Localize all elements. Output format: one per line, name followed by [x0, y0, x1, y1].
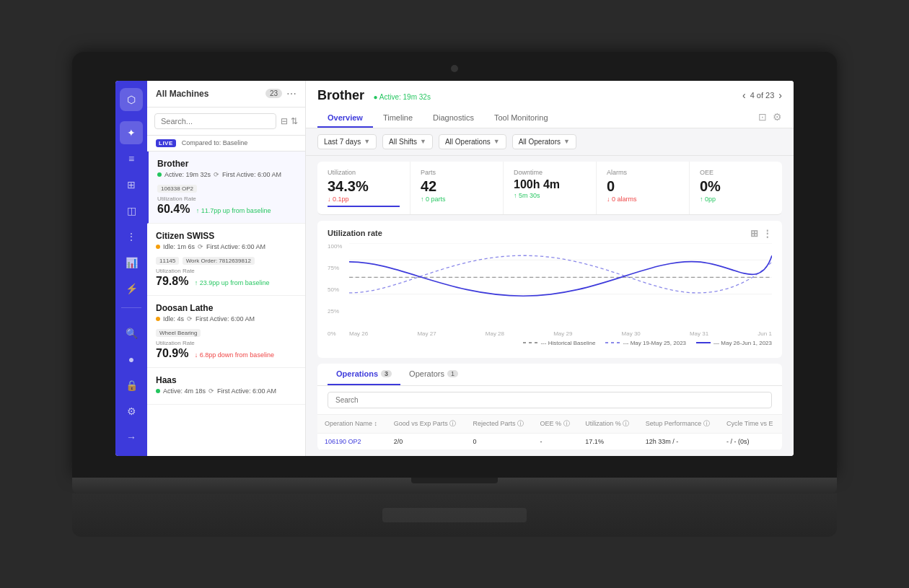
machine-list-panel: All Machines 23 ⋯ ⊟ ⇅ LIVE Compared to: …	[147, 81, 306, 456]
tab-timeline[interactable]: Timeline	[373, 109, 423, 128]
metric-change-oee: ↑ 0pp	[700, 196, 772, 203]
ops-search	[317, 386, 782, 415]
util-row-doosan: 70.9% ↓ 6.8pp down from baseline	[156, 347, 297, 360]
table-row: 106190 OP2 2/0 0 - 17.1% 12h 33m / - - /…	[317, 433, 782, 449]
cell-oee: -	[533, 433, 579, 449]
screen: ⬡ ✦ ≡ ⊞ ◫ ⋮ 📊 ⚡ 🔍 ● 🔒 ⚙ →	[115, 81, 794, 456]
machine-status-brother: Active: 19m 32s ⟳ First Active: 6:00 AM	[157, 171, 297, 178]
sidebar-icon-chart[interactable]: 📊	[120, 251, 143, 274]
machine-item-doosan[interactable]: Doosan Lathe Idle: 4s ⟳ First Active: 6:…	[147, 296, 305, 368]
sidebar-divider	[121, 307, 141, 308]
ops-table-header: Operation Name ↕ Good vs Exp Parts ⓘ Rej…	[317, 415, 782, 434]
filter-operations[interactable]: All Operations ▼	[439, 134, 506, 149]
laptop-container: ⬡ ✦ ≡ ⊞ ◫ ⋮ 📊 ⚡ 🔍 ● 🔒 ⚙ →	[72, 52, 837, 537]
chart-table-icon[interactable]: ⊞	[750, 228, 758, 239]
machine-title-group: Brother ● Active: 19m 32s	[317, 88, 431, 103]
filter-time[interactable]: Last 7 days ▼	[317, 134, 377, 149]
machine-item-haas[interactable]: Haas Active: 4m 18s ⟳ First Active: 6:00…	[147, 368, 305, 405]
col-utilization[interactable]: Utilization % ⓘ	[578, 415, 638, 434]
sidebar-icon-dot[interactable]: ●	[120, 348, 143, 371]
metric-alarms: Alarms 0 ↓ 0 alarms	[597, 162, 690, 214]
cell-cycle-time: - / - (0s)	[719, 433, 782, 449]
metric-value-oee: 0%	[700, 177, 772, 195]
machine-name-haas: Haas	[156, 375, 297, 385]
machine-name-brother: Brother	[157, 159, 297, 169]
status-dot-active-haas	[156, 389, 160, 393]
settings-icon[interactable]: ⚙	[773, 111, 782, 123]
compared-text: Compared to: Baseline	[182, 139, 248, 146]
machine-dropdown[interactable]: All Machines	[156, 89, 261, 99]
filter-icon[interactable]: ⊟	[281, 116, 288, 126]
chart-title-text: Utilization rate	[328, 229, 382, 237]
sort-icon[interactable]: ⇅	[291, 116, 298, 126]
sidebar-icon-settings[interactable]: ⚙	[120, 400, 143, 423]
tab-diagnostics[interactable]: Diagnostics	[423, 109, 484, 128]
laptop-base	[72, 478, 837, 493]
col-setup[interactable]: Setup Performance ⓘ	[638, 415, 719, 434]
page-indicator: 4 of 23	[750, 91, 775, 100]
chart-legend: --- Historical Baseline --- May 19-May 2…	[328, 340, 772, 346]
next-page-icon[interactable]: ›	[778, 89, 782, 101]
chart-title-bar: Utilization rate ⊞ ⋮	[328, 228, 772, 239]
sidebar-icon-search[interactable]: 🔍	[120, 322, 143, 345]
trackpad[interactable]	[382, 508, 527, 522]
col-operation-name[interactable]: Operation Name ↕	[317, 415, 387, 434]
sidebar-icon-transform[interactable]: ✦	[120, 121, 143, 144]
machine-search-input[interactable]	[154, 113, 276, 129]
machine-list-more-icon[interactable]: ⋯	[286, 88, 297, 100]
sidebar-icon-view[interactable]: ◫	[120, 199, 143, 222]
machine-status-citizen: Idle: 1m 6s ⟳ First Active: 6:00 AM	[156, 243, 297, 250]
chart-labels-y: 100% 75% 50% 25% 0%	[328, 243, 342, 337]
metric-utilization: Utilization 34.3% ↓ 0.1pp	[317, 162, 410, 214]
sidebar-logo[interactable]: ⬡	[120, 88, 143, 111]
filter-operators[interactable]: All Operators ▼	[512, 134, 576, 149]
chart-more-icon[interactable]: ⋮	[763, 228, 772, 239]
util-value-citizen: 79.8%	[156, 275, 188, 287]
ops-tab-operators[interactable]: Operators 1	[400, 364, 467, 385]
metric-oee: OEE 0% ↑ 0pp	[690, 162, 782, 214]
sidebar-icon-list[interactable]: ≡	[120, 147, 143, 170]
metric-label-alarms: Alarms	[607, 169, 679, 176]
legend-baseline: --- Historical Baseline	[523, 340, 595, 346]
operation-link[interactable]: 106190 OP2	[325, 438, 361, 445]
pagination: ‹ 4 of 23 ›	[742, 89, 782, 101]
metric-change-downtime: ↑ 5m 30s	[514, 192, 586, 199]
util-value-doosan: 70.9%	[156, 347, 188, 359]
cell-rejected: 0	[465, 433, 532, 449]
util-row-brother: 60.4% ↑ 11.7pp up from baseline	[157, 203, 297, 216]
metric-parts: Parts 42 ↑ 0 parts	[410, 162, 504, 214]
sidebar-icon-lightning[interactable]: ⚡	[120, 277, 143, 300]
expand-icon[interactable]: ⊡	[758, 111, 767, 123]
metric-downtime: Downtime 100h 4m ↑ 5m 30s	[504, 162, 597, 214]
machine-name-citizen: Citizen SWISS	[156, 231, 297, 241]
tab-overview[interactable]: Overview	[317, 109, 373, 128]
metric-change-utilization: ↓ 0.1pp	[328, 196, 400, 203]
ops-search-input[interactable]	[328, 392, 772, 408]
machine-list-header: All Machines 23 ⋯	[147, 81, 305, 107]
util-label-doosan: Utilization Rate	[156, 340, 297, 346]
filters-bar: Last 7 days ▼ All Shifts ▼ All Operation…	[306, 128, 794, 156]
col-cycle-time[interactable]: Cycle Time vs E	[719, 415, 782, 434]
main-content: Brother ● Active: 19m 32s ‹ 4 of 23 › Ov…	[306, 81, 794, 456]
metric-value-parts: 42	[421, 177, 493, 195]
machine-title: Brother	[317, 88, 364, 102]
machine-tag-citizen-1: 11145	[156, 257, 179, 265]
sidebar-icon-lock[interactable]: 🔒	[120, 374, 143, 397]
tab-tool-monitoring[interactable]: Tool Monitoring	[484, 109, 558, 128]
screen-bezel: ⬡ ✦ ≡ ⊞ ◫ ⋮ 📊 ⚡ 🔍 ● 🔒 ⚙ →	[72, 52, 837, 478]
prev-page-icon[interactable]: ‹	[742, 89, 746, 101]
col-oee[interactable]: OEE % ⓘ	[533, 415, 579, 434]
filter-shifts[interactable]: All Shifts ▼	[382, 134, 433, 149]
sidebar-icon-menu[interactable]: ⋮	[120, 225, 143, 248]
machine-item-brother[interactable]: Brother Active: 19m 32s ⟳ First Active: …	[147, 152, 305, 224]
machine-tag-brother: 106338 OP2	[157, 185, 197, 193]
metric-value-utilization: 34.3%	[328, 177, 400, 195]
col-rejected-parts[interactable]: Rejected Parts ⓘ	[465, 415, 532, 434]
ops-tab-operations[interactable]: Operations 3	[328, 364, 400, 385]
col-good-parts[interactable]: Good vs Exp Parts ⓘ	[387, 415, 466, 434]
sidebar-icon-logout[interactable]: →	[120, 426, 143, 449]
chart-section: Utilization rate ⊞ ⋮ 100% 75% 50% 25% 0%	[317, 221, 782, 358]
machine-item-citizen[interactable]: Citizen SWISS Idle: 1m 6s ⟳ First Active…	[147, 224, 305, 296]
metric-value-downtime: 100h 4m	[514, 177, 586, 191]
sidebar-icon-grid[interactable]: ⊞	[120, 173, 143, 196]
